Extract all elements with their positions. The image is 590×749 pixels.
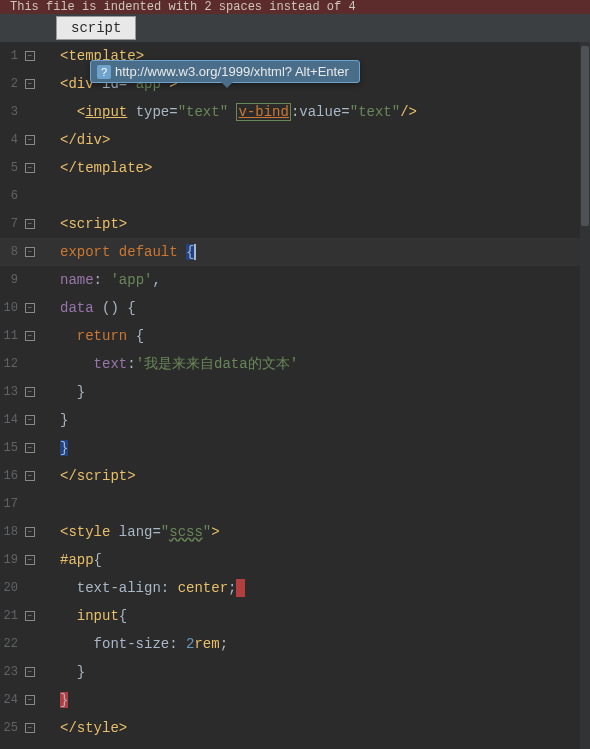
- line-number: 3: [0, 105, 22, 119]
- line-number: 23: [0, 665, 22, 679]
- code-editor[interactable]: ?http://www.w3.org/1999/xhtml? Alt+Enter…: [0, 42, 590, 742]
- line-number: 25: [0, 721, 22, 735]
- line-number: 17: [0, 497, 22, 511]
- fold-icon[interactable]: −: [25, 695, 35, 705]
- line-number: 12: [0, 357, 22, 371]
- fold-icon[interactable]: −: [25, 723, 35, 733]
- current-line[interactable]: 8 − export default {: [0, 238, 590, 266]
- line-number: 24: [0, 693, 22, 707]
- line-number: 15: [0, 441, 22, 455]
- tooltip-text: http://www.w3.org/1999/xhtml? Alt+Enter: [115, 64, 349, 79]
- line-number: 19: [0, 553, 22, 567]
- fold-icon[interactable]: −: [25, 163, 35, 173]
- fold-icon[interactable]: −: [25, 303, 35, 313]
- line-number: 18: [0, 525, 22, 539]
- fold-icon[interactable]: −: [25, 555, 35, 565]
- fold-icon[interactable]: −: [25, 331, 35, 341]
- line-number: 20: [0, 581, 22, 595]
- line-number: 2: [0, 77, 22, 91]
- line-number: 4: [0, 133, 22, 147]
- fold-icon[interactable]: −: [25, 135, 35, 145]
- fold-icon[interactable]: −: [25, 247, 35, 257]
- line-number: 14: [0, 413, 22, 427]
- fold-icon[interactable]: −: [25, 471, 35, 481]
- line-number: 10: [0, 301, 22, 315]
- help-icon: ?: [97, 65, 111, 79]
- fold-icon[interactable]: −: [25, 443, 35, 453]
- line-number: 13: [0, 385, 22, 399]
- line-number: 7: [0, 217, 22, 231]
- breadcrumb-tab-script[interactable]: script: [56, 16, 136, 40]
- lint-warning-text: This file is indented with 2 spaces inst…: [10, 0, 356, 14]
- fold-icon[interactable]: −: [25, 527, 35, 537]
- scrollbar-thumb[interactable]: [581, 46, 589, 226]
- breadcrumb-bar: script: [0, 14, 590, 42]
- line-number: 1: [0, 49, 22, 63]
- text-caret: [194, 244, 196, 260]
- line-number: 16: [0, 469, 22, 483]
- fold-icon[interactable]: −: [25, 387, 35, 397]
- line-number: 11: [0, 329, 22, 343]
- fold-icon[interactable]: −: [25, 415, 35, 425]
- fold-icon[interactable]: −: [25, 51, 35, 61]
- fold-icon[interactable]: −: [25, 611, 35, 621]
- line-number: 9: [0, 273, 22, 287]
- fold-icon[interactable]: −: [25, 79, 35, 89]
- vertical-scrollbar[interactable]: [580, 42, 590, 749]
- lint-warning-bar: This file is indented with 2 spaces inst…: [0, 0, 590, 14]
- line-number: 8: [0, 245, 22, 259]
- selection-block: [236, 579, 245, 597]
- line-number: 5: [0, 161, 22, 175]
- fold-icon[interactable]: −: [25, 219, 35, 229]
- line-number: 6: [0, 189, 22, 203]
- line-number: 22: [0, 637, 22, 651]
- fold-icon[interactable]: −: [25, 667, 35, 677]
- intention-tooltip[interactable]: ?http://www.w3.org/1999/xhtml? Alt+Enter: [90, 60, 360, 83]
- line-number: 21: [0, 609, 22, 623]
